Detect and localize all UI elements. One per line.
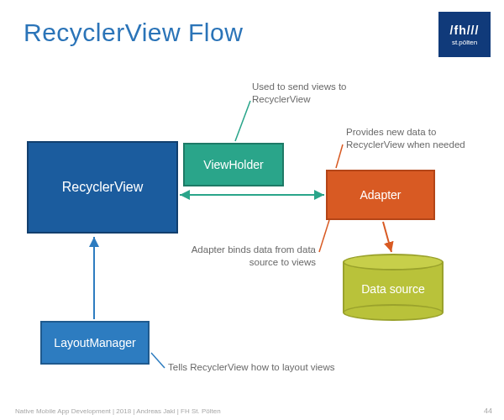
note-adapter: Provides new data to RecyclerView when n… bbox=[346, 126, 489, 151]
note-viewholder: Used to send views to RecyclerView bbox=[252, 81, 403, 106]
note-bind: Adapter binds data from data source to v… bbox=[181, 244, 316, 269]
slide: RecyclerView Flow /fh/// st.pölten bbox=[0, 0, 504, 420]
node-recyclerview-label: RecyclerView bbox=[62, 180, 144, 195]
diagram-canvas: RecyclerView ViewHolder Adapter LayoutMa… bbox=[0, 0, 504, 420]
leader-layout-note bbox=[151, 353, 165, 368]
node-adapter: Adapter bbox=[326, 170, 435, 220]
leader-viewholder-note bbox=[235, 101, 250, 141]
cylinder-top bbox=[343, 254, 444, 270]
cylinder-bottom bbox=[343, 304, 444, 321]
node-datasource-label: Data source bbox=[343, 282, 444, 296]
edge-adapter-to-datasource bbox=[383, 222, 391, 252]
leader-bind-note bbox=[319, 220, 329, 252]
node-layoutmanager: LayoutManager bbox=[40, 321, 150, 365]
note-layout: Tells RecyclerView how to layout views bbox=[168, 361, 344, 374]
node-datasource: Data source bbox=[343, 254, 444, 321]
node-viewholder: ViewHolder bbox=[183, 143, 284, 186]
node-layoutmanager-label: LayoutManager bbox=[54, 336, 135, 349]
page-number: 44 bbox=[484, 407, 492, 415]
node-adapter-label: Adapter bbox=[360, 188, 401, 202]
leader-adapter-note bbox=[336, 144, 343, 168]
slide-footer: Native Mobile App Development | 2018 | A… bbox=[15, 407, 221, 415]
node-viewholder-label: ViewHolder bbox=[203, 158, 263, 171]
node-recyclerview: RecyclerView bbox=[27, 141, 178, 234]
